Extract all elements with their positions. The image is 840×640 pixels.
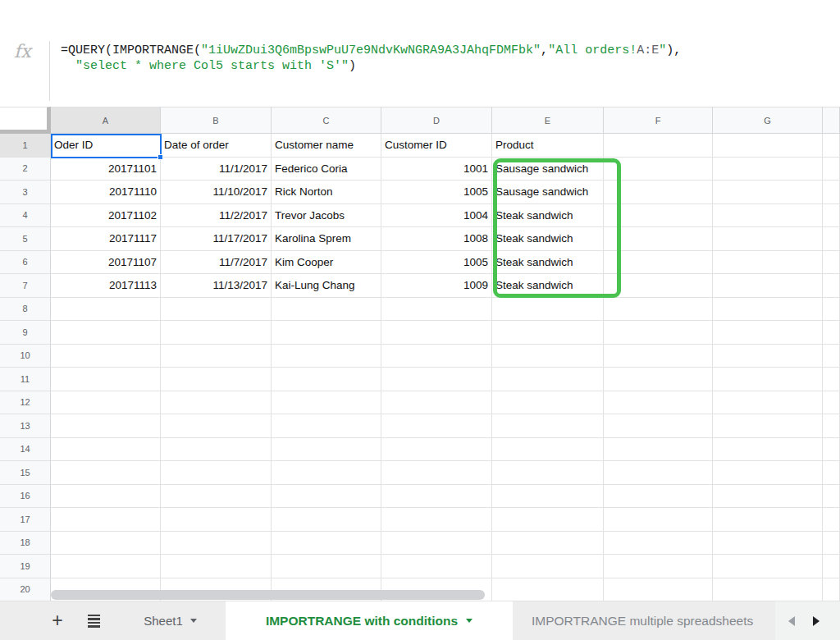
cell-D9[interactable] [381, 321, 492, 345]
column-header-G[interactable]: G [713, 107, 823, 134]
cell-F9[interactable] [604, 321, 713, 345]
cell-C16[interactable] [272, 485, 381, 509]
cell-H8[interactable] [823, 298, 840, 322]
cell-C1[interactable]: Customer name [272, 134, 381, 158]
cell-C8[interactable] [272, 298, 381, 322]
cell-B10[interactable] [161, 345, 272, 368]
cell-G12[interactable] [713, 391, 823, 415]
cell-B6[interactable]: 11/7/2017 [161, 251, 272, 275]
cell-D19[interactable] [381, 555, 492, 578]
cell-G9[interactable] [713, 321, 823, 345]
cell-B13[interactable] [161, 414, 272, 438]
cell-G11[interactable] [713, 368, 823, 391]
cell-D1[interactable]: Customer ID [381, 134, 492, 158]
cell-A5[interactable]: 20171117 [51, 227, 161, 251]
cell-A6[interactable]: 20171107 [51, 251, 161, 275]
cell-H19[interactable] [823, 555, 840, 578]
cell-C19[interactable] [272, 555, 381, 578]
cell-E11[interactable] [492, 368, 604, 391]
cell-A17[interactable] [51, 508, 161, 532]
column-header-B[interactable]: B [161, 107, 272, 134]
cell-B4[interactable]: 11/2/2017 [161, 204, 272, 228]
cell-B17[interactable] [161, 508, 272, 532]
cell-E4[interactable]: Steak sandwich [492, 204, 604, 228]
cell-A4[interactable]: 20171102 [51, 204, 161, 228]
cell-E18[interactable] [492, 532, 604, 555]
cell-G14[interactable] [713, 438, 823, 462]
cell-B2[interactable]: 11/1/2017 [161, 158, 272, 181]
cell-A10[interactable] [51, 345, 161, 368]
cell-E5[interactable]: Steak sandwich [492, 227, 604, 251]
cell-F10[interactable] [604, 345, 713, 368]
cell-B8[interactable] [161, 298, 272, 322]
cell-B5[interactable]: 11/17/2017 [161, 227, 272, 251]
select-all-corner[interactable] [0, 107, 51, 134]
cell-B11[interactable] [161, 368, 272, 391]
cell-A18[interactable] [51, 532, 161, 555]
cell-D2[interactable]: 1001 [381, 158, 492, 181]
row-header-5[interactable]: 5 [0, 227, 51, 251]
cell-E1[interactable]: Product [492, 134, 604, 158]
cell-G2[interactable] [713, 158, 823, 181]
formula-input[interactable]: =QUERY(IMPORTRANGE("1iUwZDui3Q6mBpswPuU7… [61, 43, 832, 74]
cell-D6[interactable]: 1005 [381, 251, 492, 275]
scroll-tabs-left-icon[interactable] [788, 616, 795, 626]
column-header-A[interactable]: A [51, 107, 161, 134]
cell-G19[interactable] [713, 555, 823, 578]
cell-E16[interactable] [492, 485, 604, 509]
row-header-11[interactable]: 11 [0, 368, 51, 391]
row-header-20[interactable]: 20 [0, 578, 51, 602]
column-header-F[interactable]: F [604, 107, 713, 134]
row-header-10[interactable]: 10 [0, 345, 51, 368]
cell-C10[interactable] [272, 345, 381, 368]
cell-H17[interactable] [823, 508, 840, 532]
cell-D14[interactable] [381, 438, 492, 462]
cell-A16[interactable] [51, 485, 161, 509]
cell-H13[interactable] [823, 414, 840, 438]
column-header-clipped[interactable] [823, 107, 840, 134]
cell-D5[interactable]: 1008 [381, 227, 492, 251]
cell-B19[interactable] [161, 555, 272, 578]
cell-A8[interactable] [51, 298, 161, 322]
cell-H20[interactable] [823, 578, 840, 602]
cell-A14[interactable] [51, 438, 161, 462]
cell-F20[interactable] [604, 578, 713, 602]
cell-G5[interactable] [713, 227, 823, 251]
row-header-6[interactable]: 6 [0, 251, 51, 275]
cell-H3[interactable] [823, 181, 840, 204]
tab-importrange-multiple-spreadsheets[interactable]: IMPORTRANGE multiple spreadsheets [513, 601, 775, 640]
cell-B12[interactable] [161, 391, 272, 415]
cell-E17[interactable] [492, 508, 604, 532]
cell-E9[interactable] [492, 321, 604, 345]
column-header-D[interactable]: D [381, 107, 492, 134]
cell-B9[interactable] [161, 321, 272, 345]
cell-H10[interactable] [823, 345, 840, 368]
cell-F16[interactable] [604, 485, 713, 509]
row-header-9[interactable]: 9 [0, 321, 51, 345]
tab-sheet1[interactable]: Sheet1 [123, 601, 217, 640]
cell-C17[interactable] [272, 508, 381, 532]
cell-C18[interactable] [272, 532, 381, 555]
cell-G4[interactable] [713, 204, 823, 228]
row-header-2[interactable]: 2 [0, 158, 51, 181]
cell-D3[interactable]: 1005 [381, 181, 492, 204]
cell-D8[interactable] [381, 298, 492, 322]
cell-G16[interactable] [713, 485, 823, 509]
row-header-1[interactable]: 1 [0, 134, 51, 158]
all-sheets-menu-icon[interactable] [82, 601, 105, 640]
row-header-14[interactable]: 14 [0, 438, 51, 462]
column-header-C[interactable]: C [272, 107, 381, 134]
cell-B14[interactable] [161, 438, 272, 462]
cell-F8[interactable] [604, 298, 713, 322]
cell-F13[interactable] [604, 414, 713, 438]
cell-C7[interactable]: Kai-Lung Chang [272, 274, 381, 298]
cell-A13[interactable] [51, 414, 161, 438]
horizontal-scrollbar-thumb[interactable] [51, 590, 485, 600]
row-header-16[interactable]: 16 [0, 485, 51, 509]
cell-E20[interactable] [492, 578, 604, 602]
cell-C4[interactable]: Trevor Jacobs [272, 204, 381, 228]
cell-F15[interactable] [604, 461, 713, 485]
row-header-17[interactable]: 17 [0, 508, 51, 532]
cell-E14[interactable] [492, 438, 604, 462]
cell-B3[interactable]: 11/10/2017 [161, 181, 272, 204]
